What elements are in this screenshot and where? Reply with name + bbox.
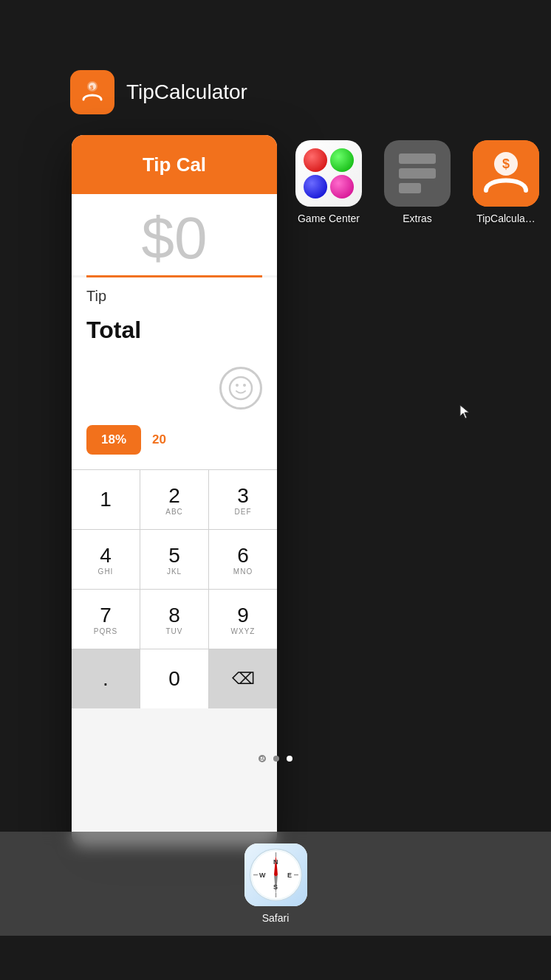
- svg-point-5: [243, 384, 246, 387]
- tip-calc-header: Tip Cal: [72, 135, 277, 194]
- home-icons-row: Game Center Extras $ TipCalcula…: [295, 140, 539, 224]
- numpad-0[interactable]: 0: [140, 649, 209, 708]
- tip-calc-amount-area: $0: [72, 194, 277, 275]
- tip-pct-row: 18% 20: [72, 418, 277, 469]
- svg-text:$: $: [90, 84, 94, 91]
- page-dot-2-active: [287, 756, 292, 762]
- app-label-bar: $ TipCalculator: [70, 70, 247, 114]
- tip-label-row: Tip: [72, 277, 277, 311]
- tipcalculator-app-icon-large: $: [70, 70, 114, 114]
- tipcalculator-card[interactable]: Tip Cal $0 Tip Total 18% 20: [72, 135, 277, 847]
- svg-point-4: [236, 384, 239, 387]
- svg-text:N: N: [273, 858, 278, 866]
- tip-pct-20-button[interactable]: 20: [148, 425, 170, 455]
- numpad-row-4: . 0 ⌫: [72, 649, 277, 708]
- page-dot-search: [259, 755, 266, 762]
- gc-ball-red: [304, 148, 327, 172]
- extras-label: Extras: [403, 213, 432, 224]
- gc-ball-blue: [304, 175, 327, 199]
- gc-ball-pink: [330, 175, 354, 199]
- safari-icon-box: N E S W: [244, 843, 307, 906]
- svg-text:W: W: [259, 872, 266, 879]
- extras-icon-box: [384, 140, 451, 207]
- dock: N E S W Safari: [0, 832, 551, 936]
- page-dots: [0, 755, 551, 762]
- safari-label: Safari: [262, 912, 290, 924]
- numpad-row-3: 7 PQRS 8 TUV 9 WXYZ: [72, 589, 277, 649]
- numpad-7[interactable]: 7 PQRS: [72, 590, 140, 649]
- numpad-row-2: 4 GHI 5 JKL 6 MNO: [72, 529, 277, 589]
- svg-point-9: [260, 756, 263, 759]
- numpad-9[interactable]: 9 WXYZ: [209, 590, 277, 649]
- extras-icon-item[interactable]: Extras: [384, 140, 451, 224]
- numpad-backspace[interactable]: ⌫: [209, 649, 277, 708]
- game-center-balls: [298, 142, 360, 204]
- tip-pct-18-button[interactable]: 18%: [86, 425, 141, 455]
- tipcalculator-small-label: TipCalcula…: [476, 213, 535, 224]
- svg-text:E: E: [287, 872, 292, 879]
- svg-point-3: [230, 377, 252, 399]
- numpad-3[interactable]: 3 DEF: [209, 470, 277, 529]
- numpad-5[interactable]: 5 JKL: [140, 530, 209, 589]
- app-label-title: TipCalculator: [126, 80, 247, 104]
- svg-text:$: $: [502, 156, 510, 171]
- gc-ball-green: [330, 148, 354, 172]
- numpad-dot[interactable]: .: [72, 649, 140, 708]
- tipcalculator-icon-svg: $: [473, 140, 539, 207]
- tip-label: Tip: [86, 288, 106, 304]
- page-dot-1: [273, 756, 279, 762]
- safari-dock-item[interactable]: N E S W Safari: [244, 843, 307, 924]
- smiley-icon: [219, 367, 262, 410]
- numpad: 1 2 ABC 3 DEF 4 GHI 5 JKL 6: [72, 469, 277, 708]
- smiley-area: [72, 359, 277, 418]
- svg-text:S: S: [273, 883, 278, 891]
- numpad-1[interactable]: 1: [72, 470, 140, 529]
- game-center-icon-item[interactable]: Game Center: [295, 140, 362, 224]
- tipcalculator-icon-item[interactable]: $ TipCalcula…: [473, 140, 539, 224]
- numpad-4[interactable]: 4 GHI: [72, 530, 140, 589]
- numpad-row-1: 1 2 ABC 3 DEF: [72, 469, 277, 529]
- tip-calc-dollar-amount: $0: [86, 209, 262, 268]
- game-center-label: Game Center: [298, 213, 360, 224]
- numpad-6[interactable]: 6 MNO: [209, 530, 277, 589]
- extras-icon-content: [387, 142, 448, 205]
- tip-calc-header-title: Tip Cal: [143, 153, 206, 176]
- total-label: Total: [86, 317, 141, 343]
- svg-line-10: [263, 759, 264, 761]
- numpad-2[interactable]: 2 ABC: [140, 470, 209, 529]
- total-label-row: Total: [72, 311, 277, 359]
- safari-icon: N E S W: [244, 843, 307, 906]
- numpad-8[interactable]: 8 TUV: [140, 590, 209, 649]
- game-center-icon-box: [295, 140, 362, 207]
- tipcalculator-icon-box: $: [473, 140, 539, 207]
